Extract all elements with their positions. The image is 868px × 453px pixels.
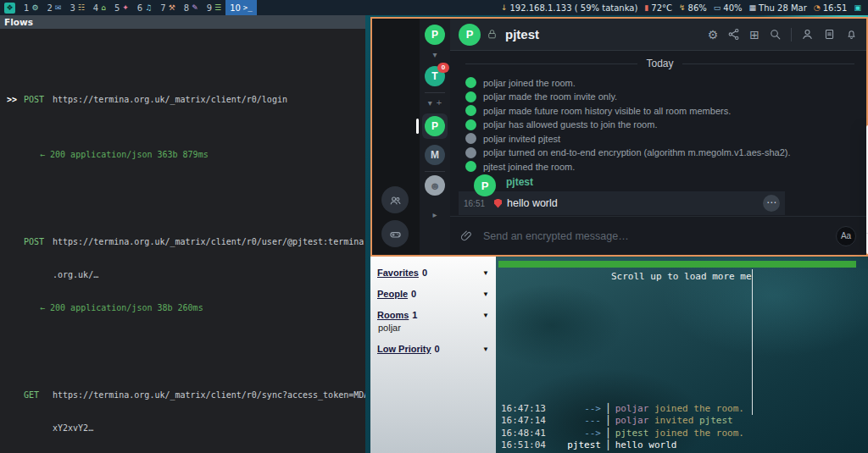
workspace-list: 1 ⚙ 2 ✉ 3 ☷ 4 ⌂ 5 (19, 0, 257, 15)
workspace-number: 2 (47, 3, 52, 13)
roomlist-section-header[interactable]: Low Priority 0 ▼ (377, 344, 489, 354)
workspace-item[interactable]: 6 ♫ (133, 0, 156, 15)
flow-row[interactable]: GEThttps://termina.org.uk/_matrix/client… (0, 368, 365, 453)
timeline-event: pjtest joined the room. (465, 161, 866, 172)
message-input[interactable] (481, 229, 827, 243)
flow-url: https://termina.org.uk/_matrix/client/r0… (53, 390, 365, 401)
workspace-item[interactable]: 8 ✎ (180, 0, 203, 15)
message-prefix: --- (548, 415, 601, 427)
collapse-triangle-icon[interactable]: ▼ (482, 345, 489, 353)
chevron-down-icon[interactable]: ▾ (428, 98, 432, 108)
flow-row[interactable]: >>POSThttps://termina.org.uk/_matrix/cli… (0, 74, 365, 183)
workspace-item[interactable]: 4 ⌂ (89, 0, 110, 15)
event-avatar (465, 161, 476, 172)
user-avatar[interactable]: P (425, 25, 445, 45)
event-text: poljar made the room invite only. (483, 91, 617, 102)
message-row[interactable]: 16:51 hello world ⋯ (459, 191, 785, 215)
collapse-triangle-icon[interactable]: ▼ (482, 290, 489, 298)
flow-method: POST (24, 95, 53, 106)
workspace-number: 6 (137, 3, 142, 13)
workspace-number: 10 (230, 3, 241, 13)
message-composer: Aa (450, 216, 866, 255)
event-list: poljar joined the room. poljar made the … (465, 77, 866, 172)
status-segment: ▭ 40% (714, 3, 743, 13)
status-icon: ▣ (854, 3, 861, 12)
workspace-number: 7 (160, 3, 165, 13)
workspace-item[interactable]: 10 >_ (225, 0, 257, 15)
timeline-event: poljar turned on end-to-end encryption (… (465, 147, 866, 158)
workspace-number: 3 (70, 3, 75, 13)
timeline-event: poljar joined the room. (465, 77, 866, 88)
message-body: pjtest joined the room. (615, 428, 744, 439)
workspace-number: 4 (93, 3, 98, 13)
message-separator: │ (601, 403, 615, 415)
chat-message: 16:51:04 pjtest │ hello world (501, 439, 866, 451)
event-avatar (465, 147, 476, 158)
workspace-number: 5 (114, 3, 120, 13)
roomlist-section-header[interactable]: People 0 ▼ (377, 289, 489, 299)
timeline-event: poljar has allowed guests to join the ro… (465, 119, 866, 130)
launcher-icon[interactable]: ❖ (4, 3, 15, 14)
room-avatar-person[interactable]: ☻ (425, 175, 445, 196)
grid-icon[interactable]: ⊞ (749, 29, 760, 41)
composer-format-button[interactable]: Aa (836, 226, 856, 246)
message-block: P pjtest 16:51 hello world ⋯ (459, 176, 785, 215)
flow-response: ← 200 application/json 363b 879ms (0, 150, 365, 161)
flow-url-continuation: .org.uk/… (0, 270, 365, 281)
workspace-item[interactable]: 2 ✉ (42, 0, 65, 15)
message-time: 16:47:13 (501, 403, 548, 415)
invite-user-icon[interactable] (801, 28, 814, 41)
chevron-down-icon[interactable]: ▾ (432, 49, 437, 60)
collapse-triangle-icon[interactable]: ▼ (482, 312, 489, 319)
section-label: People (377, 289, 408, 299)
notifications-bell-icon[interactable] (845, 28, 858, 41)
message-options-button[interactable]: ⋯ (763, 195, 780, 212)
workspace-item[interactable]: 5 ✦ (110, 0, 133, 15)
flow-url: https://termina.org.uk/_matrix/client/r0… (53, 95, 287, 106)
rail-divider (425, 92, 445, 93)
status-bar: ❖ 1 ⚙ 2 ✉ 3 ☷ 4 ⌂ (0, 0, 868, 15)
roomlist-room[interactable]: poljar (378, 323, 489, 333)
search-icon[interactable] (769, 28, 782, 41)
event-text: poljar invited pjtest (483, 134, 560, 144)
workspace-item[interactable]: 3 ☷ (65, 0, 88, 15)
flow-response: ← 200 application/json 38b 260ms (0, 303, 365, 314)
message-timestamp: 16:51 (464, 199, 494, 208)
rail-controls: ▾ + (428, 97, 442, 108)
event-avatar (465, 77, 476, 88)
workspace-number: 1 (24, 3, 29, 13)
event-text: pjtest joined the room. (483, 162, 575, 172)
flow-focus-marker (7, 390, 24, 401)
untrusted-shield-icon (494, 199, 502, 208)
chevron-right-icon[interactable]: ▸ (432, 209, 437, 220)
quaternion-window: Favorites 0 ▼ People 0 ▼ Rooms 1 ▼ (370, 257, 868, 453)
add-room-icon[interactable]: + (437, 97, 442, 108)
share-icon[interactable] (727, 28, 740, 41)
unread-badge: 0 (437, 63, 449, 73)
event-text: poljar has allowed guests to join the ro… (483, 119, 657, 130)
sender-avatar[interactable]: P (474, 174, 496, 196)
people-icon (389, 194, 402, 207)
room-avatar-m[interactable]: M (425, 145, 445, 165)
gamepad-button[interactable] (381, 220, 409, 247)
room-info-icon[interactable] (823, 28, 836, 41)
status-icon: ▮ (644, 3, 648, 12)
collapse-triangle-icon[interactable]: ▼ (482, 269, 489, 277)
timeline-event: poljar made the room invite only. (465, 91, 866, 102)
workspace-icon: ✎ (192, 3, 198, 12)
attachment-icon[interactable] (460, 229, 473, 242)
status-icon: ◔ (814, 3, 821, 12)
room-avatar-selected[interactable]: P (422, 113, 448, 139)
workspace-item[interactable]: 1 ⚙ (19, 0, 42, 15)
workspace-item[interactable]: 7 ⚒ (156, 0, 179, 15)
roomlist-section-header[interactable]: Favorites 0 ▼ (377, 268, 489, 278)
roomlist-section-header[interactable]: Rooms 1 ▼ (377, 310, 489, 320)
settings-gear-icon[interactable]: ⚙ (708, 29, 719, 41)
community-people-button[interactable] (381, 186, 409, 213)
flow-row[interactable]: POSThttps://termina.org.uk/_matrix/clien… (0, 215, 365, 335)
room-avatar-t[interactable]: T0 (425, 66, 445, 86)
message-segment: joined the room. (648, 428, 744, 439)
header-actions: ⚙ ⊞ (708, 28, 858, 41)
workspace-item[interactable]: 9 ☰ (203, 0, 225, 15)
room-avatar[interactable]: P (459, 24, 481, 46)
